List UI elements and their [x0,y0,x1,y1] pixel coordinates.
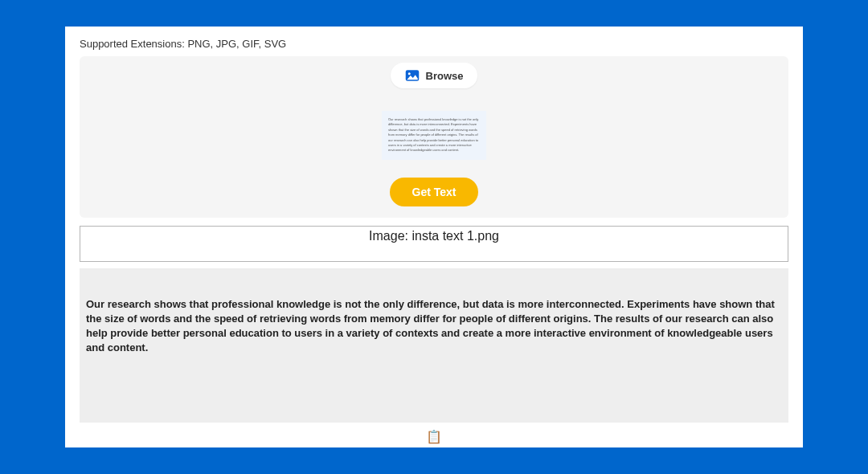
supported-extensions-label: Supported Extensions: PNG, JPG, GIF, SVG [80,38,788,50]
ocr-tool-card: Supported Extensions: PNG, JPG, GIF, SVG… [65,27,803,447]
browse-button-label: Browse [426,70,464,82]
image-icon [405,69,420,82]
ocr-result-text: Our research shows that professional kno… [80,268,788,423]
get-text-button[interactable]: Get Text [390,178,479,206]
browse-button[interactable]: Browse [391,63,478,88]
image-preview: Our research shows that professional kno… [382,111,486,160]
filename-bar: Image: insta text 1.png [80,226,788,262]
clipboard-icon: 📋 [426,430,442,443]
svg-point-1 [407,72,410,75]
upload-area: Browse Our research shows that professio… [80,56,788,218]
copy-button[interactable]: 📋 [426,429,442,444]
copy-row: 📋 [80,423,788,447]
